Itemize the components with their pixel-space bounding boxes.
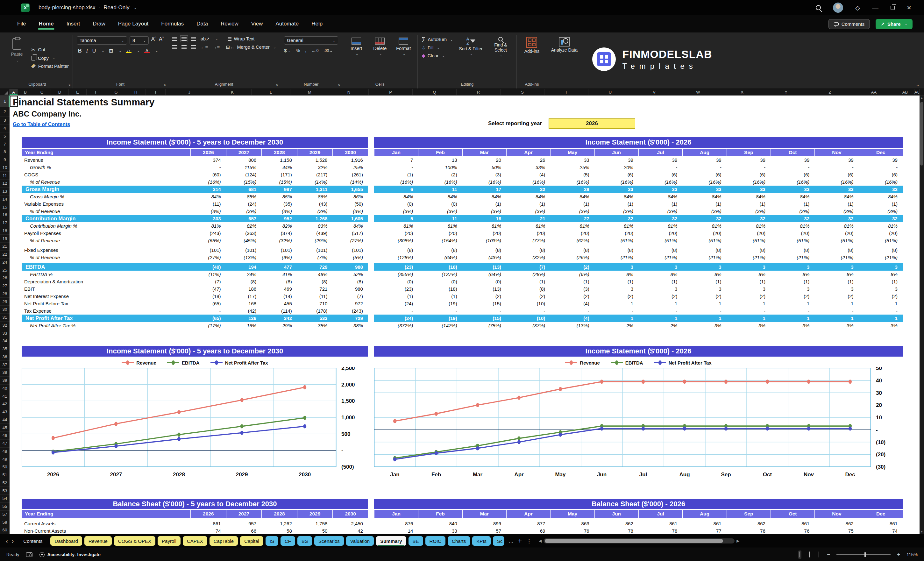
font-size-select[interactable]: 8 ⌄ — [130, 36, 149, 45]
row-header-3[interactable]: 3 — [0, 117, 9, 124]
row-header-24[interactable]: 24 — [0, 258, 9, 267]
column-header-Y[interactable]: Y — [764, 89, 808, 95]
column-header-H[interactable]: H — [126, 89, 146, 95]
increase-decimal-button[interactable]: ←.0 — [312, 48, 319, 53]
row-header-1[interactable]: 1 — [0, 96, 9, 107]
row-header-18[interactable]: 18 — [0, 227, 9, 235]
row-header-60[interactable]: 60 — [0, 526, 9, 534]
minimize-button[interactable]: — — [872, 4, 879, 11]
sheet-tab-kpis[interactable]: KPIs — [472, 536, 490, 546]
scroll-down-icon[interactable]: ▼ — [920, 530, 924, 533]
row-header-14[interactable]: 14 — [0, 195, 9, 204]
row-header-2[interactable]: 2 — [0, 107, 9, 117]
delete-cells-button[interactable]: Delete ⌄ — [370, 36, 390, 56]
row-header-50[interactable]: 50 — [0, 463, 9, 471]
font-color-button[interactable]: A — [144, 48, 150, 53]
menu-tab-help[interactable]: Help — [311, 19, 323, 29]
row-header-33[interactable]: 33 — [0, 329, 9, 337]
sheet-options-button[interactable]: ⋮ — [526, 538, 532, 544]
alignment-dialog-launcher[interactable]: ↘ — [275, 82, 278, 87]
sheet-tab-sc[interactable]: Sc — [493, 536, 504, 546]
column-header-D[interactable]: D — [51, 89, 69, 95]
copy-button[interactable]: Copy ⌄ — [31, 56, 69, 61]
sheet-tab-is[interactable]: IS — [266, 536, 278, 546]
font-color-chevron-icon[interactable]: ⌄ — [155, 49, 158, 52]
row-header-47[interactable]: 47 — [0, 440, 9, 448]
accounting-format-button[interactable]: $⌄ — [284, 48, 291, 53]
row-header-12[interactable]: 12 — [0, 180, 9, 188]
clear-button[interactable]: ◆ Clear ⌄ — [422, 53, 453, 58]
comma-style-button[interactable]: , — [305, 48, 306, 53]
column-header-B[interactable]: B — [18, 89, 33, 95]
tabs-scroll-left-icon[interactable]: ‹ — [6, 537, 8, 545]
decrease-decimal-button[interactable]: .00→ — [324, 48, 333, 53]
insert-cells-button[interactable]: Insert ⌄ — [346, 36, 366, 56]
premium-diamond-icon[interactable]: ◇ — [855, 4, 860, 12]
align-bottom-button[interactable] — [191, 37, 196, 41]
more-sheets-button[interactable]: ... — [509, 538, 513, 544]
column-header-M[interactable]: M — [290, 89, 329, 95]
autosum-button[interactable]: ∑ AutoSum ⌄ — [422, 36, 453, 43]
fill-button[interactable]: ⇩ Fill ⌄ — [422, 45, 453, 50]
row-header-52[interactable]: 52 — [0, 479, 9, 487]
paste-button[interactable]: Paste ⌄ — [6, 36, 28, 79]
column-header-W[interactable]: W — [676, 89, 720, 95]
column-header-N[interactable]: N — [329, 89, 369, 95]
sheet-tab-contents[interactable]: Contents — [18, 536, 48, 546]
menu-tab-file[interactable]: File — [16, 19, 26, 29]
horizontal-scrollbar[interactable] — [543, 538, 735, 543]
row-header-42[interactable]: 42 — [0, 400, 9, 408]
row-header-44[interactable]: 44 — [0, 416, 9, 424]
row-header-51[interactable]: 51 — [0, 471, 9, 479]
column-header-F[interactable]: F — [87, 89, 106, 95]
search-icon[interactable] — [816, 5, 821, 10]
row-header-4[interactable]: 4 — [0, 124, 9, 132]
row-header-8[interactable]: 8 — [0, 148, 9, 156]
row-header-7[interactable]: 7 — [0, 140, 9, 148]
row-header-15[interactable]: 15 — [0, 203, 9, 211]
sheet-tab-bs[interactable]: BS — [297, 536, 312, 546]
row-header-57[interactable]: 57 — [0, 511, 9, 519]
document-title[interactable]: body-piercing-shop.xlsx - Read-Only ⌄ — [39, 4, 136, 11]
table-of-contents-link[interactable]: Go to Table of Contents — [13, 122, 70, 128]
row-header-40[interactable]: 40 — [0, 385, 9, 393]
row-header-10[interactable]: 10 — [0, 164, 9, 172]
sheet-tab-capex[interactable]: CAPEX — [183, 536, 207, 546]
row-header-25[interactable]: 25 — [0, 266, 9, 274]
merge-center-button[interactable]: ⊟↔ Merge & Center ⌄ — [226, 45, 276, 50]
zoom-slider-thumb[interactable] — [864, 552, 866, 557]
title-chevron-down-icon[interactable]: ⌄ — [134, 6, 136, 9]
sheet-tab-be[interactable]: BE — [408, 536, 423, 546]
row-header-53[interactable]: 53 — [0, 487, 9, 495]
column-header-R[interactable]: R — [457, 89, 501, 95]
percent-style-button[interactable]: % — [296, 48, 300, 53]
sheet-tab-captable[interactable]: CapTable — [210, 536, 238, 546]
column-header-I[interactable]: I — [146, 89, 166, 95]
row-header-28[interactable]: 28 — [0, 290, 9, 298]
sheet-tab-charts[interactable]: Charts — [448, 536, 470, 546]
column-header-AA[interactable]: AA — [852, 89, 896, 95]
page-layout-view-button[interactable] — [808, 550, 811, 559]
find-select-button[interactable]: Find & Select ⌄ — [488, 36, 513, 58]
zoom-in-button[interactable]: + — [897, 552, 900, 558]
row-header-26[interactable]: 26 — [0, 274, 9, 282]
column-header-X[interactable]: X — [720, 89, 764, 95]
borders-button[interactable]: ⊞ — [109, 48, 113, 54]
comments-button[interactable]: Comments — [828, 19, 870, 29]
restore-button[interactable] — [891, 6, 895, 10]
row-header-43[interactable]: 43 — [0, 408, 9, 416]
zoom-out-button[interactable]: − — [827, 552, 830, 558]
column-header-A[interactable]: A — [9, 89, 18, 95]
increase-indent-button[interactable]: →≡ — [212, 45, 220, 50]
sheet-tab-valuation[interactable]: Valuation — [346, 536, 374, 546]
column-header-L[interactable]: L — [252, 89, 290, 95]
row-header-19[interactable]: 19 — [0, 235, 9, 243]
menu-tab-review[interactable]: Review — [220, 19, 239, 29]
row-header-35[interactable]: 35 — [0, 345, 9, 353]
align-top-button[interactable] — [172, 37, 177, 41]
sheet-tab-capital[interactable]: Capital — [240, 536, 263, 546]
wrap-text-button[interactable]: Wrap Text — [228, 36, 255, 41]
new-sheet-button[interactable]: + — [518, 537, 522, 545]
display-settings-icon[interactable] — [26, 552, 33, 557]
fill-color-button[interactable]: ◇ — [126, 49, 132, 53]
